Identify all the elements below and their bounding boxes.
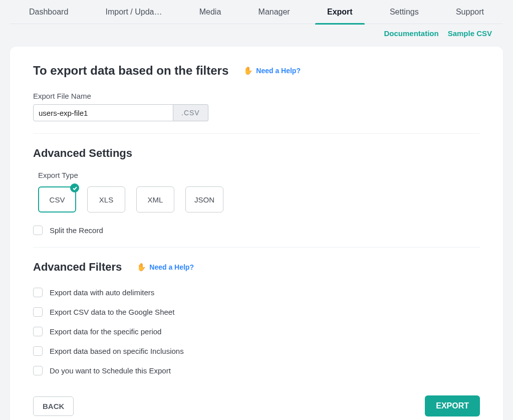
filter-schedule-row[interactable]: Do you want to Schedule this Export	[33, 366, 480, 375]
filters-head: Advanced Filters ✋ Need a Help?	[33, 261, 480, 274]
check-icon	[70, 183, 79, 192]
filter-auto-delim-checkbox[interactable]	[33, 288, 43, 297]
filter-inclusions-label: Export data based on specific Inclusions	[50, 347, 184, 355]
advanced-filters-title: Advanced Filters	[33, 261, 122, 274]
sample-csv-link[interactable]: Sample CSV	[448, 29, 492, 38]
tab-media[interactable]: Media	[199, 0, 221, 24]
export-type-xml[interactable]: XML	[136, 186, 174, 213]
export-type-label: Export Type	[38, 171, 480, 179]
filter-gsheet-checkbox[interactable]	[33, 307, 43, 317]
split-record-row[interactable]: Split the Record	[33, 226, 480, 235]
export-type-row: CSV XLS XML JSON	[38, 186, 480, 213]
filename-extension: .CSV	[173, 104, 208, 121]
split-record-label: Split the Record	[50, 226, 103, 235]
export-type-xls[interactable]: XLS	[87, 186, 125, 213]
tab-support[interactable]: Support	[456, 0, 484, 24]
export-filename-input[interactable]	[33, 104, 173, 121]
filter-auto-delim-label: Export data with auto delimiters	[50, 288, 154, 297]
hand-icon: ✋	[243, 66, 253, 75]
sublinks-row: Documentation Sample CSV	[0, 24, 513, 38]
documentation-link[interactable]: Documentation	[384, 29, 438, 38]
filters-help-link[interactable]: ✋ Need a Help?	[137, 263, 194, 272]
filter-schedule-label: Do you want to Schedule this Export	[50, 366, 171, 375]
export-button[interactable]: EXPORT	[425, 395, 480, 416]
footer-row: BACK EXPORT	[33, 395, 480, 416]
separator-1	[33, 133, 480, 134]
filter-period-checkbox[interactable]	[33, 327, 43, 336]
export-type-xls-label: XLS	[99, 195, 113, 204]
filter-inclusions-checkbox[interactable]	[33, 346, 43, 356]
export-type-json[interactable]: JSON	[185, 186, 223, 213]
filter-period-row[interactable]: Export data for the specific period	[33, 327, 480, 336]
filter-period-label: Export data for the specific period	[50, 327, 161, 336]
advanced-settings-title: Advanced Settings	[33, 147, 480, 160]
tab-settings[interactable]: Settings	[390, 0, 419, 24]
filter-inclusions-row[interactable]: Export data based on specific Inclusions	[33, 346, 480, 356]
need-help-link[interactable]: ✋ Need a Help?	[243, 66, 301, 75]
filter-gsheet-label: Export CSV data to the Google Sheet	[50, 308, 174, 316]
page-title-row: To export data based on the filters ✋ Ne…	[33, 64, 480, 78]
filter-auto-delim-row[interactable]: Export data with auto delimiters	[33, 288, 480, 297]
filter-schedule-checkbox[interactable]	[33, 366, 43, 375]
tab-import[interactable]: Import / Upda…	[106, 0, 162, 24]
filename-row: .CSV	[33, 104, 480, 121]
tab-dashboard[interactable]: Dashboard	[29, 0, 68, 24]
main-tabbar: Dashboard Import / Upda… Media Manager E…	[10, 0, 503, 24]
export-type-json-label: JSON	[194, 195, 214, 204]
hand-icon: ✋	[137, 263, 146, 272]
filters-help-label: Need a Help?	[149, 263, 194, 271]
page-title: To export data based on the filters	[33, 64, 228, 78]
export-type-xml-label: XML	[148, 195, 163, 204]
export-panel: To export data based on the filters ✋ Ne…	[10, 47, 503, 420]
tab-manager[interactable]: Manager	[259, 0, 290, 24]
separator-2	[33, 247, 480, 248]
export-type-csv-label: CSV	[50, 195, 65, 204]
need-help-label: Need a Help?	[256, 67, 301, 75]
back-button[interactable]: BACK	[33, 396, 74, 416]
tab-export[interactable]: Export	[327, 0, 353, 24]
export-type-csv[interactable]: CSV	[38, 186, 76, 213]
filter-gsheet-row[interactable]: Export CSV data to the Google Sheet	[33, 307, 480, 317]
filename-label: Export File Name	[33, 92, 480, 100]
split-record-checkbox[interactable]	[33, 226, 43, 235]
